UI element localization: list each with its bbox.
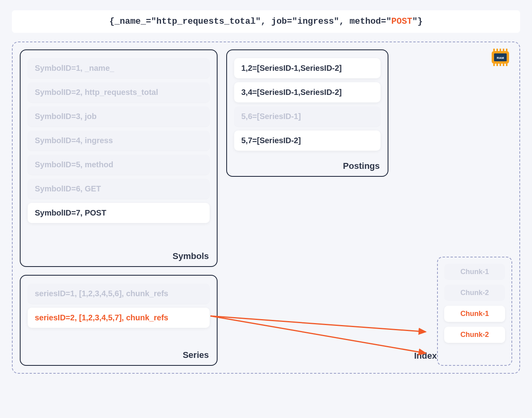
svg-rect-9 [496, 64, 498, 66]
series-row: seriesID=1, [1,2,3,4,5,6], chunk_refs [28, 284, 210, 304]
series-label: Series [183, 350, 209, 360]
symbols-label: Symbols [172, 251, 209, 261]
svg-rect-12 [506, 64, 507, 66]
symbol-row: SymbolID=7, POST [28, 203, 210, 223]
query-highlight: POST [391, 17, 412, 26]
posting-row: 5,6=[SeriesID-1] [234, 106, 381, 127]
postings-label: Postings [343, 161, 380, 171]
svg-rect-10 [500, 64, 501, 66]
svg-rect-3 [493, 49, 495, 51]
svg-rect-7 [506, 49, 507, 51]
chunk-block: Chunk-2 [444, 285, 505, 301]
symbol-row: SymbolID=1, _name_ [28, 58, 210, 78]
query-prefix: {_name_="http_requests_total", job="ingr… [109, 17, 391, 26]
svg-rect-5 [500, 49, 501, 51]
svg-rect-8 [493, 64, 495, 66]
svg-line-14 [210, 316, 426, 332]
series-row: seriesID=2, [1,2,3,4,5,7], chunk_refs [28, 308, 210, 328]
svg-rect-11 [503, 64, 504, 66]
symbol-row: SymbolID=4, ingress [28, 131, 210, 151]
svg-rect-6 [503, 49, 504, 51]
postings-panel: 1,2=[SeriesID-1,SeriesID-2] 3,4=[SeriesI… [226, 49, 388, 177]
chunk-block: Chunk-2 [444, 327, 505, 343]
series-panel: seriesID=1, [1,2,3,4,5,6], chunk_refs se… [20, 275, 218, 366]
svg-text:RAM: RAM [497, 56, 504, 60]
symbol-row: SymbolID=6, GET [28, 179, 210, 199]
symbol-row: SymbolID=5, method [28, 155, 210, 175]
ram-chip-icon: RAM [489, 47, 511, 69]
posting-row: 3,4=[SeriesID-1,SeriesID-2] [234, 82, 381, 102]
symbol-row: SymbolID=2, http_requests_total [28, 82, 210, 102]
symbol-row: SymbolID=3, job [28, 106, 210, 127]
index-label: Index [414, 351, 437, 361]
posting-row: 1,2=[SeriesID-1,SeriesID-2] [234, 58, 381, 78]
query-bar: {_name_="http_requests_total", job="ingr… [12, 10, 520, 33]
outer-container: RAM SymbolID=1, _name_ SymbolID=2, http_… [12, 42, 520, 374]
index-panel: Chunk-1 Chunk-2 Chunk-1 Chunk-2 Index [437, 257, 512, 366]
symbols-panel: SymbolID=1, _name_ SymbolID=2, http_requ… [20, 49, 218, 267]
posting-row: 5,7=[SeriesID-2] [234, 131, 381, 151]
chunk-block: Chunk-1 [444, 264, 505, 280]
svg-line-15 [210, 316, 426, 353]
query-suffix: "} [412, 17, 422, 26]
svg-rect-4 [496, 49, 498, 51]
chunk-block: Chunk-1 [444, 306, 505, 322]
